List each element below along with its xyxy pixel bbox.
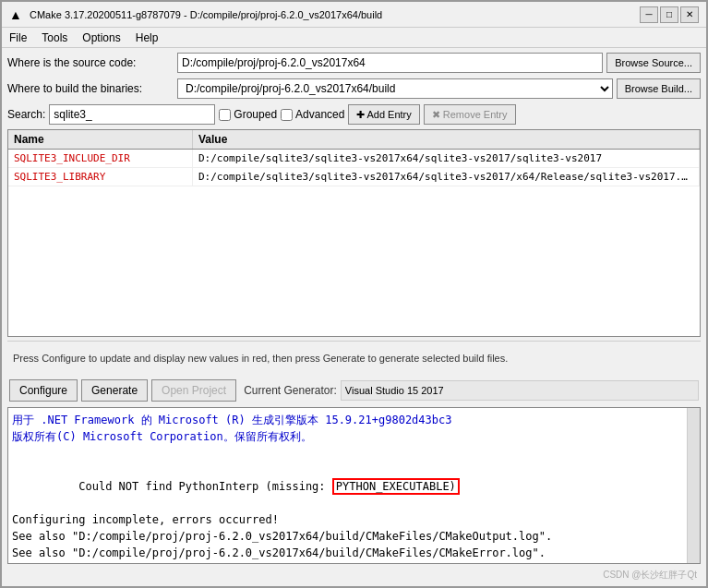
source-label: Where is the source code: bbox=[7, 56, 174, 69]
table-row[interactable]: SQLITE3_LIBRARY D:/compile/sqlite3/sqlit… bbox=[8, 168, 700, 186]
row-1-name: SQLITE3_LIBRARY bbox=[8, 168, 193, 186]
main-window: ▲ CMake 3.17.20200511-g8787079 - D:/comp… bbox=[0, 0, 708, 588]
menu-bar: File Tools Options Help bbox=[2, 28, 706, 48]
advanced-checkbox-label: Advanced bbox=[281, 108, 344, 121]
cmake-table: Name Value SQLITE3_INCLUDE_DIR D:/compil… bbox=[7, 129, 701, 337]
remove-entry-button[interactable]: ✖ Remove Entry bbox=[424, 104, 516, 125]
menu-options[interactable]: Options bbox=[82, 31, 120, 44]
app-icon: ▲ bbox=[9, 7, 24, 22]
configure-button[interactable]: Configure bbox=[9, 379, 78, 402]
generate-button[interactable]: Generate bbox=[81, 379, 148, 402]
generator-prefix: Current Generator: bbox=[244, 384, 337, 397]
advanced-label: Advanced bbox=[295, 108, 344, 121]
grouped-checkbox[interactable] bbox=[219, 109, 231, 121]
col-header-name: Name bbox=[8, 130, 193, 149]
advanced-checkbox[interactable] bbox=[281, 109, 293, 121]
browse-build-button[interactable]: Browse Build... bbox=[617, 78, 701, 99]
menu-file[interactable]: File bbox=[9, 31, 27, 44]
row-0-value: D:/compile/sqlite3/sqlite3-vs2017x64/sql… bbox=[193, 150, 700, 167]
output-scrollbar[interactable] bbox=[687, 408, 700, 563]
output-line-1: 版权所有(C) Microsoft Corporation。保留所有权利。 bbox=[12, 428, 683, 445]
status-bar: Press Configure to update and display ne… bbox=[7, 341, 701, 374]
title-bar-left: ▲ CMake 3.17.20200511-g8787079 - D:/comp… bbox=[9, 7, 382, 22]
output-pane-wrapper: 用于 .NET Framework 的 Microsoft (R) 生成引擎版本… bbox=[7, 407, 701, 564]
search-label: Search: bbox=[7, 108, 45, 121]
build-label: Where to build the binaries: bbox=[7, 82, 174, 95]
output-line-3: Could NOT find PythonInterp (missing: PY… bbox=[12, 462, 683, 511]
col-header-value: Value bbox=[193, 130, 700, 149]
source-row: Where is the source code: Browse Source.… bbox=[7, 52, 701, 74]
build-select[interactable]: D:/compile/proj/proj-6.2.0_vs2017x64/bui… bbox=[177, 78, 613, 99]
row-0-name: SQLITE3_INCLUDE_DIR bbox=[8, 150, 193, 167]
minimize-button[interactable]: ─ bbox=[640, 6, 658, 23]
open-project-button[interactable]: Open Project bbox=[151, 379, 236, 402]
search-input[interactable] bbox=[49, 104, 215, 125]
add-entry-label: Add Entry bbox=[366, 109, 411, 120]
output-line-2 bbox=[12, 445, 683, 462]
row-1-value: D:/compile/sqlite3/sqlite3-vs2017x64/sql… bbox=[193, 168, 700, 186]
output-line-5: See also "D:/compile/proj/proj-6.2.0_vs2… bbox=[12, 528, 683, 545]
watermark: CSDN @长沙红胖子Qt bbox=[7, 568, 701, 582]
close-button[interactable]: ✕ bbox=[680, 6, 699, 23]
source-input[interactable] bbox=[177, 53, 603, 73]
window-title: CMake 3.17.20200511-g8787079 - D:/compil… bbox=[30, 9, 382, 20]
add-entry-button[interactable]: ✚ Add Entry bbox=[348, 104, 419, 125]
action-row: Configure Generate Open Project Current … bbox=[7, 378, 701, 403]
grouped-checkbox-label: Grouped bbox=[219, 108, 277, 121]
remove-entry-label: Remove Entry bbox=[443, 109, 508, 120]
title-bar-controls: ─ □ ✕ bbox=[640, 6, 699, 23]
output-pane[interactable]: 用于 .NET Framework 的 Microsoft (R) 生成引擎版本… bbox=[8, 408, 687, 563]
content-area: Where is the source code: Browse Source.… bbox=[2, 48, 706, 586]
remove-icon: ✖ bbox=[432, 109, 440, 120]
title-bar: ▲ CMake 3.17.20200511-g8787079 - D:/comp… bbox=[2, 2, 706, 28]
status-text: Press Configure to update and display ne… bbox=[13, 353, 508, 364]
search-row: Search: Grouped Advanced ✚ Add Entry ✖ R… bbox=[7, 103, 701, 126]
python-executable-highlight: PYTHON_EXECUTABLE) bbox=[332, 478, 460, 495]
output-line-4: Configuring incomplete, errors occurred! bbox=[12, 511, 683, 528]
table-header: Name Value bbox=[8, 130, 700, 150]
menu-tools[interactable]: Tools bbox=[42, 31, 67, 44]
maximize-button[interactable]: □ bbox=[660, 6, 678, 23]
output-line-0: 用于 .NET Framework 的 Microsoft (R) 生成引擎版本… bbox=[12, 412, 683, 428]
output-line-6: See also "D:/compile/proj/proj-6.2.0_vs2… bbox=[12, 545, 683, 561]
menu-help[interactable]: Help bbox=[136, 31, 159, 44]
output-text-before: Could NOT find PythonInterp (missing: bbox=[78, 480, 332, 493]
add-icon: ✚ bbox=[356, 109, 365, 121]
table-row[interactable]: SQLITE3_INCLUDE_DIR D:/compile/sqlite3/s… bbox=[8, 150, 700, 168]
browse-source-button[interactable]: Browse Source... bbox=[606, 53, 701, 73]
generator-input[interactable] bbox=[341, 380, 699, 401]
build-row: Where to build the binaries: D:/compile/… bbox=[7, 78, 701, 100]
grouped-label: Grouped bbox=[234, 108, 277, 121]
